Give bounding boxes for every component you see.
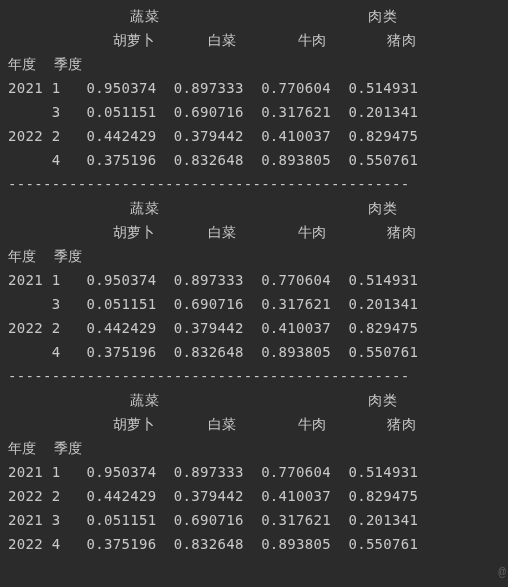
terminal-output: 蔬菜 肉类 胡萝卜 白菜 牛肉 猪肉 年度 季度 2021 1 0.950374…	[0, 0, 508, 560]
watermark: @	[498, 561, 506, 585]
